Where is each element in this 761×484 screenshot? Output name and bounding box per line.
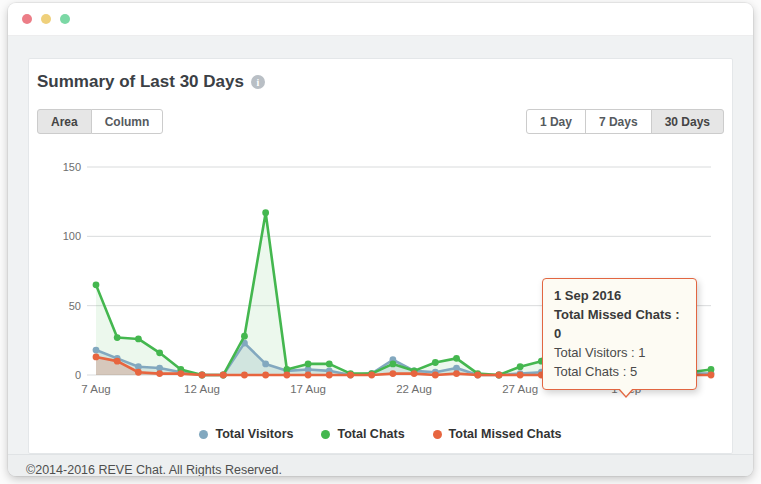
column-button[interactable]: Column bbox=[91, 109, 164, 134]
range-toggle: 1 Day 7 Days 30 Days bbox=[526, 109, 724, 134]
data-point[interactable] bbox=[496, 372, 503, 379]
range-7-days-button[interactable]: 7 Days bbox=[585, 109, 652, 134]
data-point[interactable] bbox=[517, 363, 524, 370]
x-axis-tick-label: 17 Aug bbox=[290, 383, 326, 395]
footer-bar: ©2014-2016 REVE Chat. All Rights Reserve… bbox=[8, 454, 753, 476]
x-axis-tick-label: 22 Aug bbox=[396, 383, 432, 395]
tooltip-date: 1 Sep 2016 bbox=[554, 286, 685, 305]
data-point[interactable] bbox=[114, 334, 121, 341]
data-point[interactable] bbox=[93, 354, 100, 361]
data-point[interactable] bbox=[262, 361, 269, 368]
data-point[interactable] bbox=[389, 361, 396, 368]
data-point[interactable] bbox=[453, 370, 460, 377]
x-axis-tick-label: 7 Aug bbox=[81, 383, 110, 395]
legend-item-total-visitors[interactable]: Total Visitors bbox=[199, 427, 293, 441]
total-missed-chats-dot-icon bbox=[433, 430, 442, 439]
data-point[interactable] bbox=[708, 372, 715, 379]
total-visitors-dot-icon bbox=[199, 430, 208, 439]
legend-item-total-missed-chats[interactable]: Total Missed Chats bbox=[433, 427, 562, 441]
data-point[interactable] bbox=[199, 372, 206, 379]
data-point[interactable] bbox=[93, 347, 100, 354]
data-point[interactable] bbox=[432, 372, 439, 379]
window-titlebar bbox=[8, 3, 753, 36]
data-point[interactable] bbox=[177, 370, 184, 377]
data-point[interactable] bbox=[453, 355, 460, 362]
tooltip-row-chats: Total Chats : 5 bbox=[554, 362, 685, 381]
maximize-window-icon[interactable] bbox=[60, 14, 70, 24]
chart-type-toggle: Area Column bbox=[37, 109, 163, 134]
data-point[interactable] bbox=[220, 372, 227, 379]
y-axis-tick-label: 100 bbox=[63, 230, 81, 242]
data-point[interactable] bbox=[368, 372, 375, 379]
close-window-icon[interactable] bbox=[22, 14, 32, 24]
info-icon[interactable]: i bbox=[251, 75, 265, 89]
area-chart: 0501001507 Aug12 Aug17 Aug22 Aug27 Aug1 … bbox=[29, 150, 732, 400]
chart-legend: Total Visitors Total Chats Total Missed … bbox=[29, 427, 732, 445]
data-point[interactable] bbox=[326, 361, 333, 368]
data-point[interactable] bbox=[517, 372, 524, 379]
chart-tooltip: 1 Sep 2016 Total Missed Chats : 0 Total … bbox=[542, 278, 697, 390]
data-point[interactable] bbox=[156, 349, 163, 356]
tooltip-row-visitors: Total Visitors : 1 bbox=[554, 343, 685, 362]
y-axis-tick-label: 150 bbox=[63, 161, 81, 173]
chart-toolbar: Area Column 1 Day 7 Days 30 Days bbox=[29, 109, 732, 134]
x-axis-tick-label: 12 Aug bbox=[184, 383, 220, 395]
range-30-days-button[interactable]: 30 Days bbox=[651, 109, 724, 134]
y-axis-tick-label: 50 bbox=[69, 300, 81, 312]
data-point[interactable] bbox=[135, 336, 142, 343]
total-chats-dot-icon bbox=[321, 430, 330, 439]
data-point[interactable] bbox=[305, 372, 312, 379]
data-point[interactable] bbox=[347, 372, 354, 379]
minimize-window-icon[interactable] bbox=[41, 14, 51, 24]
x-axis-tick-label: 27 Aug bbox=[502, 383, 538, 395]
data-point[interactable] bbox=[326, 372, 333, 379]
data-point[interactable] bbox=[474, 372, 481, 379]
data-point[interactable] bbox=[114, 358, 121, 365]
data-point[interactable] bbox=[262, 372, 269, 379]
data-point[interactable] bbox=[135, 369, 142, 376]
app-window: Summary of Last 30 Days i Area Column 1 … bbox=[8, 3, 753, 476]
card-header: Summary of Last 30 Days i bbox=[29, 71, 732, 93]
data-point[interactable] bbox=[305, 361, 312, 368]
data-point[interactable] bbox=[93, 281, 100, 288]
page-title: Summary of Last 30 Days bbox=[37, 71, 244, 93]
legend-item-total-chats[interactable]: Total Chats bbox=[321, 427, 404, 441]
tooltip-row-missed-chats: Total Missed Chats : 0 bbox=[554, 305, 685, 343]
data-point[interactable] bbox=[241, 333, 248, 340]
data-point[interactable] bbox=[432, 359, 439, 366]
area-button[interactable]: Area bbox=[37, 109, 92, 134]
data-point[interactable] bbox=[156, 370, 163, 377]
summary-card: Summary of Last 30 Days i Area Column 1 … bbox=[28, 58, 733, 454]
data-point[interactable] bbox=[241, 372, 248, 379]
copyright-text: ©2014-2016 REVE Chat. All Rights Reserve… bbox=[26, 463, 282, 477]
data-point[interactable] bbox=[411, 370, 418, 377]
y-axis-tick-label: 0 bbox=[75, 369, 81, 381]
page-body: Summary of Last 30 Days i Area Column 1 … bbox=[8, 36, 753, 454]
data-point[interactable] bbox=[283, 372, 290, 379]
range-1-day-button[interactable]: 1 Day bbox=[526, 109, 586, 134]
data-point[interactable] bbox=[262, 209, 269, 216]
data-point[interactable] bbox=[389, 370, 396, 377]
